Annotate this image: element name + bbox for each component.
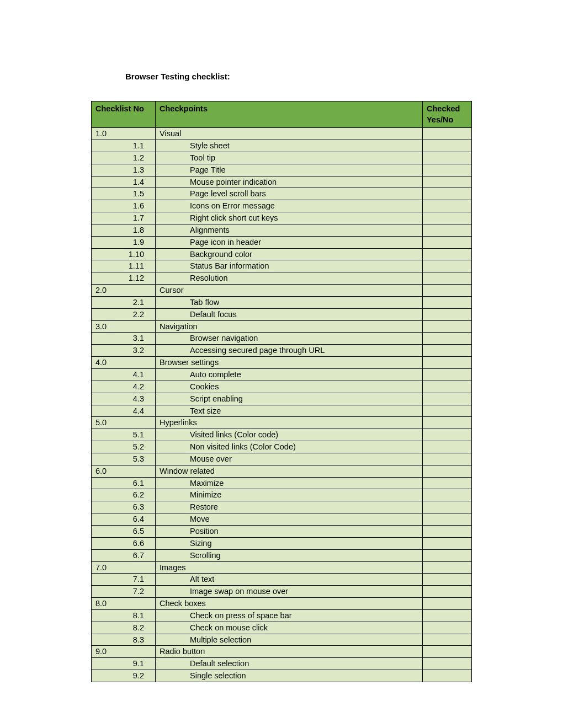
cell-checkpoint: Check on press of space bar: [156, 609, 423, 622]
cell-checklist-no: 8.2: [92, 622, 156, 634]
cell-checklist-no: 1.11: [92, 260, 156, 272]
table-row: 6.2Minimize: [92, 489, 472, 501]
cell-checked: [423, 345, 472, 357]
cell-checklist-no: 4.0: [92, 357, 156, 369]
cell-checkpoint: Image swap on mouse over: [156, 586, 423, 598]
table-row: 6.3Restore: [92, 501, 472, 513]
cell-checkpoint: Mouse pointer indication: [156, 176, 423, 188]
cell-checklist-no: 6.1: [92, 477, 156, 489]
cell-checkpoint: Tool tip: [156, 152, 423, 164]
cell-checkpoint: Cookies: [156, 381, 423, 393]
cell-checklist-no: 6.7: [92, 549, 156, 561]
cell-checked: [423, 333, 472, 345]
cell-checkpoint: Mouse over: [156, 453, 423, 465]
cell-checkpoint: Navigation: [156, 320, 423, 333]
table-row: 1.4Mouse pointer indication: [92, 176, 472, 188]
cell-checklist-no: 1.5: [92, 188, 156, 200]
cell-checked: [423, 188, 472, 200]
cell-checklist-no: 1.10: [92, 248, 156, 260]
cell-checked: [423, 248, 472, 260]
cell-checklist-no: 9.0: [92, 646, 156, 658]
cell-checklist-no: 6.0: [92, 465, 156, 477]
cell-checked: [423, 393, 472, 405]
cell-checkpoint: Resolution: [156, 272, 423, 285]
cell-checklist-no: 3.2: [92, 345, 156, 357]
table-row: 6.0Window related: [92, 465, 472, 477]
cell-checklist-no: 3.1: [92, 333, 156, 345]
cell-checked: [423, 405, 472, 417]
table-row: 8.1Check on press of space bar: [92, 609, 472, 622]
cell-checklist-no: 6.3: [92, 501, 156, 513]
page-title: Browser Testing checklist:: [125, 72, 472, 81]
cell-checklist-no: 4.2: [92, 381, 156, 393]
cell-checklist-no: 4.1: [92, 369, 156, 381]
cell-checklist-no: 5.2: [92, 441, 156, 453]
table-row: 4.4Text size: [92, 405, 472, 417]
cell-checked: [423, 224, 472, 236]
cell-checklist-no: 5.3: [92, 453, 156, 465]
cell-checkpoint: Default selection: [156, 658, 423, 670]
cell-checked: [423, 658, 472, 670]
table-row: 6.1Maximize: [92, 477, 472, 489]
table-row: 1.8Alignments: [92, 224, 472, 236]
cell-checklist-no: 5.0: [92, 417, 156, 429]
cell-checked: [423, 537, 472, 549]
cell-checklist-no: 1.9: [92, 236, 156, 248]
cell-checked: [423, 176, 472, 188]
cell-checkpoint: Single selection: [156, 670, 423, 682]
col-header-no: Checklist No: [92, 101, 156, 128]
cell-checked: [423, 646, 472, 658]
table-row: 7.2Image swap on mouse over: [92, 586, 472, 598]
col-header-checkpoints: Checkpoints: [156, 101, 423, 128]
cell-checklist-no: 1.2: [92, 152, 156, 164]
cell-checked: [423, 453, 472, 465]
cell-checked: [423, 164, 472, 176]
col-header-checked: Checked Yes/No: [423, 101, 472, 128]
table-row: 3.0Navigation: [92, 320, 472, 333]
table-row: 4.3Script enabling: [92, 393, 472, 405]
cell-checklist-no: 9.1: [92, 658, 156, 670]
cell-checked: [423, 212, 472, 224]
cell-checkpoint: Scrolling: [156, 549, 423, 561]
cell-checklist-no: 4.3: [92, 393, 156, 405]
table-row: 1.7Right click short cut keys: [92, 212, 472, 224]
cell-checkpoint: Multiple selection: [156, 634, 423, 646]
cell-checked: [423, 489, 472, 501]
cell-checkpoint: Auto complete: [156, 369, 423, 381]
cell-checklist-no: 1.7: [92, 212, 156, 224]
cell-checked: [423, 549, 472, 561]
cell-checkpoint: Browser settings: [156, 357, 423, 369]
cell-checkpoint: Default focus: [156, 308, 423, 320]
cell-checkpoint: Sizing: [156, 537, 423, 549]
cell-checklist-no: 1.1: [92, 140, 156, 152]
cell-checkpoint: Page Title: [156, 164, 423, 176]
cell-checkpoint: Status Bar information: [156, 260, 423, 272]
cell-checked: [423, 200, 472, 212]
table-row: 9.2Single selection: [92, 670, 472, 682]
cell-checked: [423, 236, 472, 248]
cell-checked: [423, 513, 472, 526]
cell-checked: [423, 609, 472, 622]
cell-checkpoint: Position: [156, 525, 423, 537]
cell-checklist-no: 1.0: [92, 128, 156, 140]
cell-checked: [423, 501, 472, 513]
checklist-table: Checklist No Checkpoints Checked Yes/No …: [91, 101, 472, 682]
cell-checkpoint: Check boxes: [156, 598, 423, 610]
table-row: 3.2Accessing secured page through URL: [92, 345, 472, 357]
table-row: 7.0Images: [92, 561, 472, 574]
cell-checked: [423, 477, 472, 489]
cell-checkpoint: Hyperlinks: [156, 417, 423, 429]
table-row: 1.9Page icon in header: [92, 236, 472, 248]
cell-checked: [423, 285, 472, 297]
cell-checklist-no: 4.4: [92, 405, 156, 417]
table-row: 7.1Alt text: [92, 574, 472, 586]
table-row: 1.3Page Title: [92, 164, 472, 176]
cell-checked: [423, 260, 472, 272]
cell-checked: [423, 429, 472, 441]
table-row: 4.0Browser settings: [92, 357, 472, 369]
cell-checklist-no: 6.5: [92, 525, 156, 537]
cell-checklist-no: 7.1: [92, 574, 156, 586]
table-row: 6.6Sizing: [92, 537, 472, 549]
table-row: 3.1Browser navigation: [92, 333, 472, 345]
cell-checked: [423, 622, 472, 634]
